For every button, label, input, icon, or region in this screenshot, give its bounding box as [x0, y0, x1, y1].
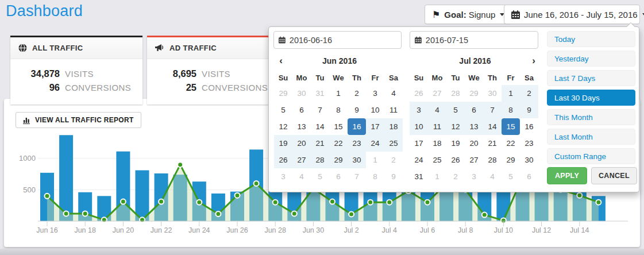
day-cell[interactable]: 8 — [366, 168, 384, 185]
day-cell[interactable]: 6 — [465, 102, 483, 118]
day-cell[interactable]: 18 — [428, 135, 446, 152]
day-cell[interactable]: 20 — [292, 135, 311, 152]
day-cell[interactable]: 5 — [311, 168, 329, 185]
day-cell[interactable]: 22 — [329, 135, 348, 152]
day-cell[interactable]: 19 — [274, 135, 292, 152]
day-cell[interactable]: 30 — [520, 152, 538, 168]
day-cell[interactable]: 14 — [483, 118, 502, 135]
day-cell[interactable]: 16 — [520, 118, 538, 135]
day-cell[interactable]: 24 — [410, 152, 428, 168]
date-range-dropdown-button[interactable]: June 16, 2016 - July 15, 2016 — [504, 5, 640, 24]
day-cell[interactable]: 20 — [465, 135, 483, 152]
day-cell[interactable]: 21 — [311, 135, 329, 152]
day-cell[interactable]: 19 — [446, 135, 465, 152]
preset-range-custom-range[interactable]: Custom Range — [547, 148, 635, 164]
day-cell[interactable]: 26 — [410, 85, 428, 102]
day-cell[interactable]: 29 — [465, 85, 483, 102]
day-cell[interactable]: 14 — [311, 118, 329, 135]
day-cell[interactable]: 25 — [384, 135, 403, 152]
day-cell[interactable]: 30 — [348, 152, 366, 168]
day-cell[interactable]: 3 — [366, 85, 384, 102]
day-cell[interactable]: 5 — [274, 102, 292, 118]
day-cell[interactable]: 27 — [465, 152, 483, 168]
day-cell[interactable]: 28 — [311, 152, 329, 168]
day-cell[interactable]: 31 — [311, 85, 329, 102]
day-cell[interactable]: 2 — [446, 168, 465, 185]
day-cell[interactable]: 29 — [329, 152, 348, 168]
chevron-left-icon[interactable]: ‹ — [274, 53, 288, 68]
view-all-traffic-report-button[interactable]: VIEW ALL TRAFFIC REPORT — [16, 112, 141, 128]
day-cell[interactable]: 30 — [292, 85, 311, 102]
day-cell[interactable]: 9 — [348, 102, 366, 118]
day-cell[interactable]: 6 — [520, 168, 538, 185]
day-cell[interactable]: 4 — [483, 168, 502, 185]
start-date-input[interactable] — [290, 36, 396, 45]
day-cell[interactable]: 28 — [483, 152, 502, 168]
day-cell-selected[interactable]: 16 — [348, 118, 366, 135]
day-cell[interactable]: 3 — [410, 102, 428, 118]
day-cell[interactable]: 10 — [410, 118, 428, 135]
day-cell[interactable]: 3 — [274, 168, 292, 185]
chevron-right-icon[interactable]: › — [527, 53, 541, 68]
day-cell[interactable]: 4 — [428, 102, 446, 118]
day-cell[interactable]: 29 — [502, 152, 520, 168]
day-cell[interactable]: 10 — [366, 102, 384, 118]
day-cell[interactable]: 24 — [366, 135, 384, 152]
day-cell[interactable]: 31 — [410, 168, 428, 185]
day-cell[interactable]: 9 — [520, 102, 538, 118]
day-cell[interactable]: 23 — [520, 135, 538, 152]
preset-range-today[interactable]: Today — [547, 31, 635, 47]
day-cell[interactable]: 17 — [410, 135, 428, 152]
day-cell[interactable]: 17 — [366, 118, 384, 135]
day-cell[interactable]: 6 — [329, 168, 348, 185]
day-cell[interactable]: 15 — [329, 118, 348, 135]
day-cell[interactable]: 13 — [292, 118, 311, 135]
end-date-input[interactable] — [426, 36, 533, 45]
day-cell-selected[interactable]: 15 — [502, 118, 520, 135]
day-cell[interactable]: 2 — [348, 85, 366, 102]
day-cell[interactable]: 6 — [292, 102, 311, 118]
day-cell[interactable]: 7 — [483, 102, 502, 118]
preset-range-last-month[interactable]: Last Month — [547, 129, 635, 145]
day-cell[interactable]: 28 — [446, 85, 465, 102]
day-cell[interactable]: 12 — [446, 118, 465, 135]
cancel-button[interactable]: CANCEL — [591, 167, 637, 184]
day-cell[interactable]: 11 — [384, 102, 403, 118]
apply-button[interactable]: APPLY — [547, 167, 587, 184]
day-cell[interactable]: 29 — [274, 85, 292, 102]
preset-range-this-month[interactable]: This Month — [547, 109, 635, 125]
day-cell[interactable]: 5 — [446, 102, 465, 118]
day-cell[interactable]: 1 — [329, 85, 348, 102]
day-cell[interactable]: 5 — [502, 168, 520, 185]
day-cell[interactable]: 7 — [311, 102, 329, 118]
day-cell[interactable]: 25 — [428, 152, 446, 168]
preset-range-last-30-days[interactable]: Last 30 Days — [547, 90, 635, 106]
day-cell[interactable]: 8 — [502, 102, 520, 118]
day-cell[interactable]: 26 — [274, 152, 292, 168]
day-cell[interactable]: 2 — [520, 85, 538, 102]
day-cell[interactable]: 1 — [428, 168, 446, 185]
day-cell[interactable]: 2 — [384, 152, 403, 168]
day-cell[interactable]: 27 — [428, 85, 446, 102]
day-cell[interactable]: 9 — [384, 168, 403, 185]
day-cell[interactable]: 23 — [348, 135, 366, 152]
day-cell[interactable]: 1 — [502, 85, 520, 102]
day-cell[interactable]: 22 — [502, 135, 520, 152]
preset-range-yesterday[interactable]: Yesterday — [547, 51, 635, 67]
day-cell[interactable]: 26 — [446, 152, 465, 168]
day-cell[interactable]: 4 — [292, 168, 311, 185]
day-cell[interactable]: 13 — [465, 118, 483, 135]
day-cell[interactable]: 12 — [274, 118, 292, 135]
day-cell[interactable]: 7 — [348, 168, 366, 185]
day-cell[interactable]: 3 — [465, 168, 483, 185]
day-cell[interactable]: 18 — [384, 118, 403, 135]
day-cell[interactable]: 21 — [483, 135, 502, 152]
day-cell[interactable]: 8 — [329, 102, 348, 118]
day-cell[interactable]: 11 — [428, 118, 446, 135]
day-cell[interactable]: 4 — [384, 85, 403, 102]
day-cell[interactable]: 1 — [366, 152, 384, 168]
goal-dropdown-button[interactable]: ⚑ Goal: Signup — [425, 5, 512, 24]
preset-range-last-7-days[interactable]: Last 7 Days — [547, 70, 635, 86]
day-cell[interactable]: 30 — [483, 85, 502, 102]
day-cell[interactable]: 27 — [292, 152, 311, 168]
